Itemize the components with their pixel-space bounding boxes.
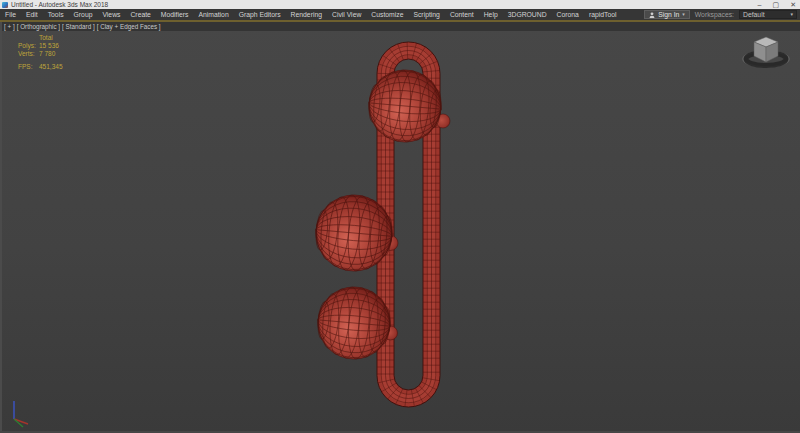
menubar-right-cluster: Sign In ▾ Workspaces: Default ▾ (644, 10, 800, 19)
menu-graph-editors[interactable]: Graph Editors (234, 9, 286, 20)
scene-model-capsule-ring-with-spheres[interactable] (0, 22, 800, 433)
viewport-standard-label[interactable]: [ Standard ] (62, 22, 95, 31)
stats-verts-value: 7 780 (39, 50, 63, 58)
stats-polys-value: 15 536 (39, 42, 63, 50)
menu-edit[interactable]: Edit (21, 9, 43, 20)
title-bar: Untitled - Autodesk 3ds Max 2018 – ▢ ✕ (0, 0, 800, 9)
viewport-general-menu[interactable]: [ + ] (4, 22, 15, 31)
minimize-button[interactable]: – (758, 1, 762, 9)
workspaces-dropdown[interactable]: Default ▾ (739, 10, 797, 19)
menu-3dground[interactable]: 3DGROUND (503, 9, 552, 20)
app-icon (2, 2, 8, 8)
menu-file[interactable]: File (0, 9, 21, 20)
menu-customize[interactable]: Customize (366, 9, 408, 20)
workspaces-value: Default (743, 11, 765, 18)
viewport[interactable]: [ + ] [ Orthographic ] [ Standard ] [ Cl… (0, 22, 800, 433)
stats-fps-value: 451,345 (39, 63, 63, 71)
stats-verts-label: Verts: (18, 50, 37, 58)
stats-total-header: Total (39, 34, 63, 42)
menu-corona[interactable]: Corona (552, 9, 584, 20)
viewcube-icon[interactable] (740, 32, 792, 74)
user-icon (649, 12, 655, 18)
workspaces-caret-icon: ▾ (790, 12, 793, 17)
menu-bar: File Edit Tools Group Views Create Modif… (0, 9, 800, 20)
window-title: Untitled - Autodesk 3ds Max 2018 (11, 1, 108, 8)
sign-in-button[interactable]: Sign In ▾ (644, 10, 690, 19)
menu-group[interactable]: Group (69, 9, 98, 20)
menu-scripting[interactable]: Scripting (408, 9, 444, 20)
sign-in-label: Sign In (658, 11, 679, 18)
menu-content[interactable]: Content (445, 9, 479, 20)
world-axis-tripod-icon (5, 394, 35, 428)
menu-help[interactable]: Help (479, 9, 503, 20)
close-button[interactable]: ✕ (790, 1, 796, 9)
stats-fps-label: FPS: (18, 63, 37, 71)
viewport-shading-label[interactable]: [ Clay + Edged Faces ] (97, 22, 161, 31)
menu-civil-view[interactable]: Civil View (327, 9, 366, 20)
viewport-pov-label[interactable]: [ Orthographic ] (17, 22, 60, 31)
stats-polys-label: Polys: (18, 42, 37, 50)
menu-modifiers[interactable]: Modifiers (156, 9, 194, 20)
menu-tools[interactable]: Tools (43, 9, 69, 20)
maximize-button[interactable]: ▢ (773, 1, 780, 9)
menu-views[interactable]: Views (97, 9, 125, 20)
menu-create[interactable]: Create (125, 9, 155, 20)
menu-rapidtool[interactable]: rapidTool (584, 9, 622, 20)
sign-in-caret-icon: ▾ (682, 12, 685, 17)
menu-rendering[interactable]: Rendering (286, 9, 327, 20)
workspaces-label: Workspaces: (695, 11, 734, 18)
window-controls: – ▢ ✕ (758, 0, 798, 9)
menu-animation[interactable]: Animation (193, 9, 233, 20)
viewport-statistics: Total Polys: 15 536 Verts: 7 780 FPS: 45… (18, 34, 63, 71)
viewport-label-bar: [ + ] [ Orthographic ] [ Standard ] [ Cl… (2, 22, 800, 31)
